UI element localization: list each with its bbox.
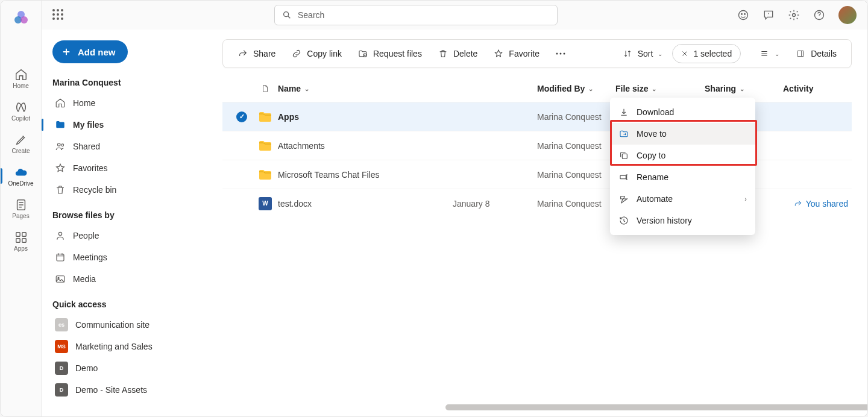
table-row[interactable]: Microsoft Teams Chat Files Marina Conque… — [222, 160, 852, 189]
horizontal-scrollbar[interactable] — [445, 404, 852, 410]
quick-access-item-1[interactable]: MSMarketing and Sales — [50, 336, 209, 357]
add-new-button[interactable]: Add new — [52, 40, 128, 63]
rail-apps[interactable]: Apps — [1, 225, 42, 257]
menu-copyto-label: Copy to — [637, 151, 665, 160]
file-modifiedby: Marina Conquest — [537, 170, 615, 180]
header-name[interactable]: Name⌄ — [278, 84, 453, 93]
header-modifiedby[interactable]: Modified By⌄ — [537, 84, 615, 93]
nav-meetings[interactable]: Meetings — [50, 246, 209, 268]
share-icon — [237, 48, 248, 59]
menu-moveto-label: Move to — [637, 129, 667, 139]
header-filesize[interactable]: File size⌄ — [615, 84, 705, 93]
waffle-icon[interactable] — [52, 9, 64, 21]
copylink-button[interactable]: Copy link — [285, 44, 348, 63]
header-sharing[interactable]: Sharing⌄ — [705, 84, 783, 93]
more-button[interactable] — [549, 44, 572, 63]
quick-access-item-3[interactable]: DDemo - Site Assets — [50, 379, 209, 401]
menu-moveto[interactable]: Move to — [610, 123, 755, 145]
svg-point-9 — [739, 11, 748, 20]
nav-shared[interactable]: Shared — [50, 136, 209, 157]
nav-media[interactable]: Media — [50, 268, 209, 290]
svg-point-10 — [741, 14, 743, 15]
menu-download[interactable]: Download — [610, 101, 755, 123]
people-icon — [55, 141, 66, 152]
feedback-icon[interactable] — [763, 9, 775, 21]
chevron-down-icon: ⌄ — [658, 51, 662, 57]
download-icon — [618, 107, 629, 118]
sort-label: Sort — [638, 49, 653, 58]
header-sharing-label: Sharing — [705, 84, 736, 93]
folder-icon — [253, 111, 278, 123]
request-icon — [357, 48, 368, 59]
chevron-down-icon: ⌄ — [740, 86, 744, 92]
header-icon[interactable] — [253, 84, 278, 93]
star-icon — [55, 163, 66, 174]
table-row[interactable]: W test.docx January 8 Marina Conquest 10… — [222, 189, 852, 218]
nav-recycle[interactable]: Recycle bin — [50, 179, 209, 201]
table-row[interactable]: Attachments Marina Conquest 0 items Priv… — [222, 131, 852, 160]
context-menu: Download Move to Copy to Rename Automate… — [610, 98, 755, 235]
settings-gear-icon[interactable] — [788, 9, 800, 21]
svg-point-16 — [58, 232, 61, 235]
menu-rename-label: Rename — [637, 172, 668, 182]
scroll-thumb[interactable] — [445, 404, 867, 410]
svg-point-21 — [556, 53, 558, 55]
menu-version[interactable]: Version history — [610, 210, 755, 231]
trash-icon — [55, 184, 66, 195]
menu-version-label: Version history — [637, 216, 692, 225]
file-modified: January 8 — [453, 199, 537, 208]
menu-rename[interactable]: Rename — [610, 166, 755, 188]
help-icon[interactable] — [813, 9, 825, 21]
sort-button[interactable]: Sort⌄ — [616, 44, 669, 63]
share-button[interactable]: Share — [231, 44, 281, 63]
content-area: Search Add new Marina Conquest Home — [42, 1, 867, 416]
quick-access-item-2[interactable]: DDemo — [50, 357, 209, 379]
svg-point-15 — [61, 144, 64, 146]
svg-rect-6 — [16, 238, 19, 242]
header-name-label: Name — [278, 84, 301, 93]
history-icon — [618, 215, 629, 226]
user-avatar[interactable] — [838, 6, 857, 24]
search-placeholder: Search — [298, 10, 324, 20]
rail-pages[interactable]: Pages — [1, 192, 42, 225]
emoji-icon[interactable] — [737, 9, 749, 21]
selection-pill[interactable]: 1 selected — [672, 44, 741, 63]
document-icon — [261, 84, 269, 93]
quick-label: Communication site — [75, 320, 149, 330]
header-activity[interactable]: Activity — [783, 84, 852, 93]
favorite-button[interactable]: Favorite — [487, 44, 546, 63]
nav-favorites[interactable]: Favorites — [50, 157, 209, 179]
request-files-button[interactable]: Request files — [351, 44, 428, 63]
view-switcher[interactable]: ⌄ — [753, 44, 785, 63]
details-label: Details — [811, 49, 837, 58]
rail-apps-label: Apps — [14, 245, 28, 252]
rail-home[interactable]: Home — [1, 62, 42, 95]
file-name: Microsoft Teams Chat Files — [278, 170, 453, 180]
image-icon — [55, 274, 66, 284]
person-icon — [55, 230, 66, 241]
delete-button[interactable]: Delete — [432, 44, 483, 63]
file-name: Attachments — [278, 141, 453, 151]
rail-onedrive[interactable]: OneDrive — [1, 160, 42, 192]
details-button[interactable]: Details — [789, 44, 843, 63]
row-checkbox[interactable]: ✓ — [231, 111, 253, 122]
menu-automate[interactable]: Automate› — [610, 188, 755, 210]
menu-copyto[interactable]: Copy to — [610, 145, 755, 166]
table-row[interactable]: ✓ Apps Marina Conquest 0 items Private — [222, 102, 852, 131]
file-table: Name⌄ Modified By⌄ File size⌄ Sharing⌄ A… — [222, 75, 852, 218]
rail-create[interactable]: Create — [1, 127, 42, 160]
m365-logo-icon[interactable] — [13, 9, 30, 26]
quick-access-item-0[interactable]: csCommunication site — [50, 314, 209, 336]
svg-point-2 — [20, 16, 28, 24]
nav-myfiles[interactable]: My files — [50, 114, 209, 136]
nav-recycle-label: Recycle bin — [73, 185, 116, 195]
search-input[interactable]: Search — [274, 5, 558, 25]
svg-point-12 — [793, 14, 796, 17]
nav-meetings-label: Meetings — [73, 252, 107, 262]
nav-browse-heading: Browse files by — [52, 210, 207, 220]
nav-people[interactable]: People — [50, 225, 209, 246]
nav-home[interactable]: Home — [50, 92, 209, 114]
plus-icon — [61, 46, 72, 57]
rail-copilot[interactable]: Copilot — [1, 95, 42, 127]
svg-rect-17 — [57, 254, 64, 261]
